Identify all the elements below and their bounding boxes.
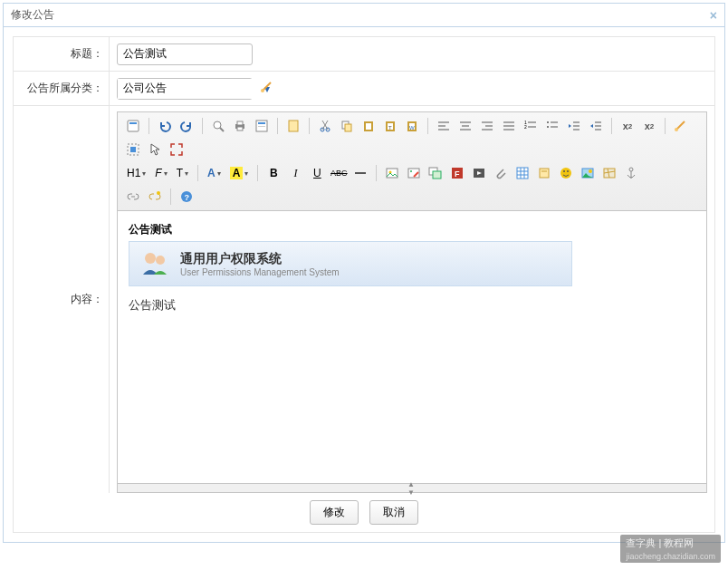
editor-toolbar: T W 12 x2 x2	[118, 112, 706, 211]
content-label: 内容：	[14, 106, 110, 493]
align-justify-icon[interactable]	[499, 116, 519, 136]
close-icon[interactable]: ×	[710, 8, 717, 23]
svg-point-72	[567, 170, 569, 172]
svg-text:T: T	[388, 125, 392, 130]
svg-rect-9	[258, 122, 265, 124]
banner: 通用用户权限系统 User Permissions Management Sys…	[129, 241, 572, 286]
heading-dropdown[interactable]: H1▾	[123, 165, 149, 181]
align-left-icon[interactable]	[434, 116, 454, 136]
paste-text-icon[interactable]: T	[380, 116, 400, 136]
banner-avatar-icon	[139, 247, 171, 280]
hr-icon[interactable]	[350, 163, 370, 183]
watermark: 查字典 | 教程网 jiaocheng.chazidian.com	[620, 535, 721, 563]
svg-rect-15	[345, 124, 351, 131]
svg-point-41	[547, 126, 549, 128]
category-input[interactable]	[118, 79, 264, 99]
ordered-list-icon[interactable]: 12	[521, 116, 541, 136]
clear-format-icon[interactable]	[671, 116, 691, 136]
font-size-dropdown[interactable]: T▾	[173, 165, 192, 181]
svg-point-81	[145, 253, 156, 264]
cancel-button[interactable]: 取消	[369, 500, 418, 525]
svg-point-70	[560, 168, 571, 179]
svg-point-74	[589, 169, 592, 173]
outdent-icon[interactable]	[564, 116, 584, 136]
font-color-dropdown[interactable]: A▾	[204, 165, 225, 181]
title-input[interactable]	[117, 43, 253, 65]
underline-icon[interactable]: U	[307, 163, 327, 183]
submit-button[interactable]: 修改	[310, 500, 359, 525]
template-icon[interactable]	[252, 116, 272, 136]
help-icon[interactable]: ?	[177, 187, 196, 207]
svg-point-76	[629, 168, 633, 171]
content-body: 公告测试	[129, 297, 695, 314]
highlight-dropdown[interactable]: A▾	[226, 165, 253, 181]
picture-icon[interactable]	[578, 163, 598, 183]
copy-icon[interactable]	[337, 116, 357, 136]
align-center-icon[interactable]	[455, 116, 475, 136]
image-icon[interactable]	[382, 163, 402, 183]
cursor-icon[interactable]	[145, 140, 165, 159]
redo-icon[interactable]	[177, 116, 196, 136]
dialog-footer: 修改 取消	[13, 493, 715, 533]
font-family-dropdown[interactable]: F▾	[151, 165, 170, 181]
attach-icon[interactable]	[491, 163, 511, 183]
undo-icon[interactable]	[155, 116, 175, 136]
svg-point-3	[214, 121, 221, 129]
svg-text:2: 2	[524, 124, 527, 130]
svg-rect-7	[237, 127, 243, 130]
editor-content-area[interactable]: 公告测试 通用用户权限系统 User Permissions Managemen…	[118, 211, 706, 483]
svg-text:W: W	[409, 125, 415, 130]
anchor-icon[interactable]	[621, 163, 641, 183]
superscript-icon[interactable]: x2	[639, 116, 659, 136]
link-icon[interactable]	[123, 187, 143, 207]
svg-text:F: F	[455, 169, 460, 179]
fullscreen-icon[interactable]	[167, 140, 187, 159]
svg-point-0	[261, 89, 264, 92]
select-all-icon[interactable]	[123, 140, 143, 159]
more-icon[interactable]	[534, 163, 554, 183]
media-icon[interactable]	[469, 163, 489, 183]
category-label: 公告所属分类：	[14, 72, 110, 105]
dialog-header: 修改公告 ×	[4, 4, 724, 27]
banner-title: 通用用户权限系统	[180, 251, 340, 267]
emoji-icon[interactable]	[556, 163, 576, 183]
source-icon[interactable]	[123, 116, 143, 136]
paste-word-icon[interactable]: W	[402, 116, 422, 136]
multi-image-icon[interactable]	[426, 163, 445, 183]
preview-icon[interactable]	[208, 116, 228, 136]
strike-icon[interactable]: ABC	[329, 163, 349, 183]
newpage-icon[interactable]	[283, 116, 303, 136]
svg-point-57	[410, 170, 412, 172]
rich-text-editor: T W 12 x2 x2	[117, 111, 707, 493]
flash-icon[interactable]: F	[447, 163, 467, 183]
print-icon[interactable]	[230, 116, 250, 136]
svg-point-78	[157, 191, 160, 195]
svg-rect-63	[517, 168, 528, 179]
category-combo[interactable]: ▾	[117, 78, 253, 100]
map-icon[interactable]	[599, 163, 619, 183]
indent-icon[interactable]	[586, 116, 606, 136]
align-right-icon[interactable]	[477, 116, 497, 136]
bold-icon[interactable]: B	[263, 163, 283, 183]
svg-line-4	[220, 128, 224, 131]
resize-handle[interactable]: ▲▼	[118, 483, 706, 492]
subscript-icon[interactable]: x2	[618, 116, 637, 136]
svg-rect-68	[540, 169, 549, 178]
cut-icon[interactable]	[315, 116, 335, 136]
svg-text:?: ?	[185, 193, 190, 202]
link-style-icon[interactable]	[145, 187, 165, 207]
image-edit-icon[interactable]	[404, 163, 424, 183]
content-heading: 公告测试	[129, 222, 695, 237]
svg-point-71	[563, 170, 565, 172]
svg-rect-6	[237, 121, 243, 125]
clear-icon[interactable]	[260, 80, 274, 97]
table-icon[interactable]	[512, 163, 532, 183]
banner-subtitle: User Permissions Management System	[180, 267, 340, 277]
paste-icon[interactable]	[359, 116, 378, 136]
svg-rect-1	[128, 121, 139, 131]
unordered-list-icon[interactable]	[542, 116, 562, 136]
svg-point-82	[156, 256, 165, 265]
italic-icon[interactable]: I	[285, 163, 305, 183]
svg-rect-59	[433, 171, 441, 179]
svg-rect-10	[258, 126, 265, 127]
